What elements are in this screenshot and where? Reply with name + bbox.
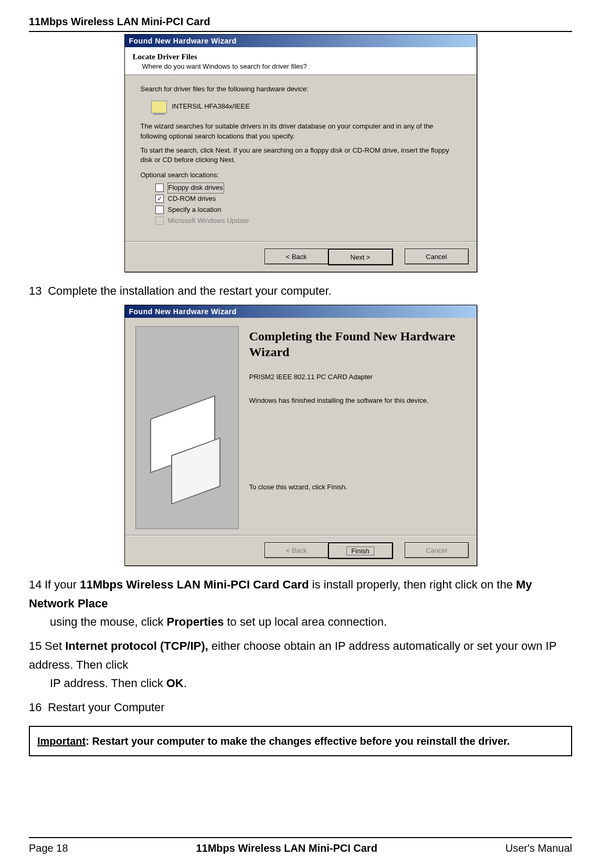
- wizard1-titlebar: Found New Hardware Wizard: [125, 35, 477, 47]
- step-16: 16 Restart your Computer: [29, 698, 572, 717]
- wizard2-titlebar: Found New Hardware Wizard: [125, 305, 477, 318]
- wizard1-button-row: < Back Next > Cancel: [125, 242, 477, 272]
- checkbox-floppy[interactable]: Floppy disk drives: [155, 183, 461, 194]
- checkbox-label: Floppy disk drives: [168, 183, 224, 193]
- wizard2-window: Found New Hardware Wizard Completing the…: [124, 305, 477, 566]
- step-14: 14If your 11Mbps Wireless LAN Mini-PCI C…: [29, 575, 572, 631]
- wizard1-body3: To start the search, click Next. If you …: [141, 146, 461, 166]
- doc-header-title: 11Mbps Wireless LAN Mini-PCI Card: [29, 16, 572, 28]
- checkbox-icon: [155, 184, 164, 192]
- back-button[interactable]: < Back: [265, 249, 329, 264]
- footer-divider: [29, 837, 572, 838]
- checkbox-specify[interactable]: Specify a location: [155, 205, 461, 216]
- footer-page-number: Page 18: [29, 842, 68, 854]
- step-number: 14: [29, 575, 45, 594]
- footer-doc-type: User's Manual: [505, 842, 572, 854]
- step-number: 13: [29, 282, 45, 301]
- back-button: < Back: [265, 542, 329, 558]
- wizard2-sidebar-graphic: [135, 326, 239, 529]
- step-number: 15: [29, 637, 45, 656]
- checkbox-icon: [155, 217, 164, 225]
- cancel-button[interactable]: Cancel: [405, 249, 469, 264]
- wizard1-opt-label: Optional search locations:: [141, 170, 461, 180]
- next-button[interactable]: Next >: [328, 249, 393, 265]
- wizard2-heading: Completing the Found New Hardware Wizard: [249, 328, 466, 360]
- step-text: Complete the installation and the restar…: [48, 284, 332, 297]
- wizard1-window: Found New Hardware Wizard Locate Driver …: [124, 34, 477, 272]
- callout-text: : Restart your computer to make the chan…: [86, 735, 510, 747]
- checkbox-label: CD-ROM drives: [168, 194, 216, 204]
- wizard1-device-row: INTERSIL HFA384x/IEEE: [151, 101, 461, 113]
- finish-button[interactable]: Finish: [328, 542, 393, 559]
- page-footer: Page 18 11Mbps Wireless LAN Mini-PCI Car…: [29, 833, 572, 854]
- step-13: 13 Complete the installation and the res…: [29, 282, 572, 301]
- header-divider: [29, 31, 572, 32]
- wizard2-model: PRISM2 IEEE 802.11 PC CARD Adapter: [249, 373, 466, 381]
- footer-product-name: 11Mbps Wireless LAN Mini-PCI Card: [196, 842, 377, 854]
- callout-underline: Important: [37, 735, 86, 747]
- wizard2-body1: Windows has finished installing the soft…: [249, 397, 466, 404]
- checkbox-icon: ✓: [155, 195, 164, 203]
- checkbox-label: Microsoft Windows Update: [168, 216, 249, 226]
- checkbox-label: Specify a location: [168, 205, 222, 215]
- checkbox-cdrom[interactable]: ✓ CD-ROM drives: [155, 194, 461, 205]
- step-number: 16: [29, 698, 45, 717]
- wizard1-subheading: Where do you want Windows to search for …: [133, 62, 469, 70]
- wizard2-button-row: < Back Finish Cancel: [125, 535, 477, 565]
- wizard1-device-name: INTERSIL HFA384x/IEEE: [172, 102, 250, 112]
- wizard1-heading: Locate Driver Files: [133, 52, 469, 61]
- wizard1-header: Locate Driver Files Where do you want Wi…: [125, 47, 477, 75]
- step-15: 15Set Internet protocol (TCP/IP), either…: [29, 637, 572, 693]
- wizard1-body2: The wizard searches for suitable drivers…: [141, 122, 461, 142]
- checkbox-icon: [155, 206, 164, 214]
- wizard2-body2: To close this wizard, click Finish.: [249, 483, 466, 491]
- important-callout: Important: Restart your computer to make…: [29, 726, 572, 756]
- pci-card-icon: [151, 101, 167, 113]
- cancel-button: Cancel: [405, 542, 469, 558]
- wizard1-body1: Search for driver files for the followin…: [141, 84, 461, 94]
- step-text: Restart your Computer: [48, 701, 165, 714]
- checkbox-windows-update: Microsoft Windows Update: [155, 216, 461, 227]
